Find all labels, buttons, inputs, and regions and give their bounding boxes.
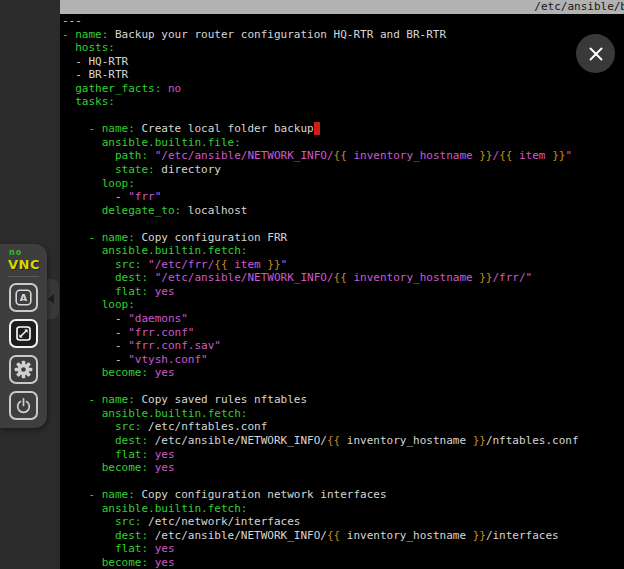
fullscreen-button[interactable] — [9, 319, 38, 348]
close-button[interactable] — [576, 34, 615, 73]
vnc-control-bar: no VNC A — [0, 244, 47, 428]
terminal-window[interactable]: GNU nano 7.2 /etc/ansible/b ---- name: B… — [60, 0, 624, 569]
terminal-line — [62, 475, 624, 489]
svg-text:A: A — [20, 292, 28, 303]
editor-content[interactable]: ---- name: Backup your router configurat… — [62, 14, 624, 569]
terminal-line: flat: yes — [62, 448, 624, 462]
settings-button[interactable] — [9, 355, 38, 384]
terminal-line: --- — [62, 14, 624, 28]
terminal-line: state: directory — [62, 163, 624, 177]
terminal-line: dest: /etc/ansible/NETWORK_INFO/{{ inven… — [62, 434, 624, 448]
terminal-line: ansible.builtin.fetch: — [62, 407, 624, 421]
terminal-line — [62, 217, 624, 231]
terminal-line: ansible.builtin.fetch: — [62, 502, 624, 516]
collapse-arrow-icon — [48, 294, 54, 304]
terminal-line: - HQ-RTR — [62, 55, 624, 69]
novnc-logo-bottom: VNC — [8, 258, 40, 271]
gear-icon — [14, 360, 33, 379]
terminal-line: - name: Copy configuration network inter… — [62, 488, 624, 502]
vnc-screen: GNU nano 7.2 /etc/ansible/b ---- name: B… — [0, 0, 624, 569]
terminal-line: src: /etc/network/interfaces — [62, 515, 624, 529]
terminal-line: flat: yes — [62, 285, 624, 299]
power-icon — [15, 397, 32, 414]
terminal-line: - name: Copy saved rules nftables — [62, 393, 624, 407]
terminal-line: - "daemons" — [62, 312, 624, 326]
terminal-line: flat: yes — [62, 542, 624, 556]
terminal-line: hosts: — [62, 41, 624, 55]
terminal-line: - name: Create local folder backup — [62, 122, 624, 136]
terminal-line: ansible.builtin.file: — [62, 136, 624, 150]
novnc-logo-top: no — [9, 249, 22, 257]
terminal-line — [62, 380, 624, 394]
terminal-line: - "frr.conf.sav" — [62, 339, 624, 353]
terminal-line: dest: "/etc/ansible/NETWORK_INFO/{{ inve… — [62, 271, 624, 285]
terminal-line: - BR-RTR — [62, 68, 624, 82]
power-button[interactable] — [9, 391, 38, 420]
terminal-line — [62, 109, 624, 123]
terminal-line: - "vtysh.conf" — [62, 353, 624, 367]
terminal-line: ansible.builtin.fetch: — [62, 244, 624, 258]
terminal-line: dest: /etc/ansible/NETWORK_INFO/{{ inven… — [62, 529, 624, 543]
keyboard-a-icon: A — [15, 289, 32, 306]
terminal-line: tasks: — [62, 95, 624, 109]
terminal-line: loop: — [62, 177, 624, 191]
terminal-line: - name: Copy configuration FRR — [62, 231, 624, 245]
novnc-logo: no VNC — [8, 249, 39, 271]
terminal-line: - "frr" — [62, 190, 624, 204]
terminal-line: loop: — [62, 298, 624, 312]
terminal-line: become: yes — [62, 366, 624, 380]
terminal-line: - name: Backup your router configuration… — [62, 28, 624, 42]
terminal-line: become: yes — [62, 556, 624, 569]
terminal-line: become: yes — [62, 461, 624, 475]
control-bar-divider — [8, 276, 39, 277]
terminal-line: path: "/etc/ansible/NETWORK_INFO/{{ inve… — [62, 149, 624, 163]
terminal-line: - "frr.conf" — [62, 326, 624, 340]
nano-titlebar: GNU nano 7.2 /etc/ansible/b — [60, 0, 624, 14]
fullscreen-icon — [15, 325, 32, 342]
terminal-line: delegate_to: localhost — [62, 204, 624, 218]
close-icon — [588, 46, 604, 62]
terminal-line: src: "/etc/frr/{{ item }}" — [62, 258, 624, 272]
terminal-line: gather_facts: no — [62, 82, 624, 96]
nano-filename: /etc/ansible/b — [534, 0, 624, 14]
terminal-line: src: /etc/nftables.conf — [62, 420, 624, 434]
extra-keys-button[interactable]: A — [9, 283, 38, 312]
